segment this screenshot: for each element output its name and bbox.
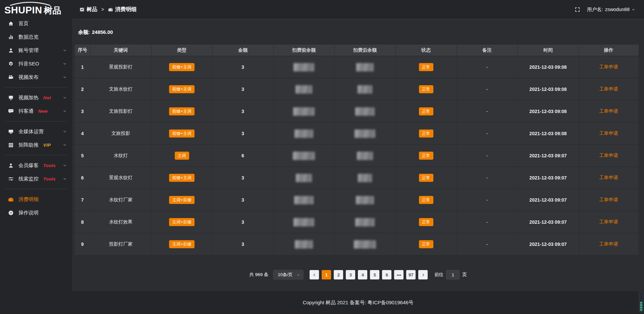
sidebar-item-monitor[interactable]: 全媒体运营 [0, 125, 72, 138]
cell-action: 工单申请 [579, 211, 639, 233]
cell-type: 前缀+主词 [151, 56, 212, 78]
sidebar-item-member[interactable]: 会员爆客Tools [0, 159, 72, 172]
cell-type: 主词 [151, 145, 212, 167]
cell-action: 工单申请 [579, 189, 639, 211]
prev-page-button[interactable] [310, 270, 319, 279]
cell-time: 2021-12-03 09:07 [518, 211, 579, 233]
redacted-balance [295, 240, 313, 249]
cell-type: 主词+后缀 [151, 233, 212, 255]
redacted-balance [296, 85, 312, 94]
work-order-link[interactable]: 工单申请 [599, 130, 618, 136]
sidebar-item-home[interactable]: 首页 [0, 17, 72, 30]
goto-page-input[interactable] [446, 270, 460, 279]
cell-index: 6 [75, 167, 90, 189]
work-order-link[interactable]: 工单申请 [599, 153, 618, 158]
chevron-down-icon [63, 163, 67, 167]
fullscreen-icon[interactable] [575, 7, 580, 12]
main-column: 树品>消费明细 用户名: zswodun88 余额:24856.00 [72, 0, 644, 314]
redacted-balance [355, 218, 375, 226]
sidebar-item-comment[interactable]: 抖客通New [0, 104, 72, 118]
sidebar-item-grid[interactable]: 矩阵助推VIP [0, 138, 72, 152]
redacted-balance [293, 63, 314, 71]
sidebar-item-tag: Tools [43, 163, 56, 168]
sidebar-item-label: 视频发布 [18, 74, 39, 81]
cell-action: 工单申请 [579, 56, 639, 78]
cell-amount: 3 [212, 78, 273, 100]
status-badge: 正常 [419, 107, 433, 116]
redacted-balance [354, 240, 376, 249]
work-order-link[interactable]: 工单申请 [599, 64, 618, 69]
cell-balance-before [273, 167, 334, 189]
work-order-link[interactable]: 工单申请 [599, 197, 618, 202]
column-header: 关键词 [90, 45, 151, 56]
sidebar-item-sliders[interactable]: 线索监控Tools [0, 172, 72, 186]
sidebar-item-chart[interactable]: 数据总览 [0, 30, 72, 44]
work-order-link[interactable]: 工单申请 [599, 241, 618, 247]
sidebar-item-user[interactable]: 账号管理 [0, 44, 72, 57]
wallet-icon [8, 197, 14, 202]
sidebar-item-gear[interactable]: 抖音SEO [0, 57, 72, 70]
page-button-5[interactable]: 5 [370, 270, 379, 279]
page-button-97[interactable]: 97 [406, 270, 416, 279]
sidebar-item-question[interactable]: ?操作说明 [0, 206, 72, 219]
column-header: 金额 [212, 45, 273, 56]
table-row: 8水纹灯效果主词+后缀3正常-2021-12-03 09:07工单申请 [75, 211, 639, 233]
redacted-balance [355, 129, 375, 138]
cell-keyword: 景观水纹灯 [90, 167, 151, 189]
cell-balance-after [334, 189, 395, 211]
column-header: 类型 [151, 45, 212, 56]
cell-keyword: 文旅投影 [90, 122, 151, 145]
column-header: 备注 [457, 45, 518, 56]
cell-amount: 3 [212, 233, 273, 255]
cell-amount: 6 [212, 145, 273, 167]
sidebar-item-wallet[interactable]: 消费明细 [0, 193, 72, 206]
cell-remark: - [457, 211, 518, 233]
redacted-balance [355, 107, 375, 116]
page-button-4[interactable]: 4 [358, 270, 367, 279]
redacted-balance [358, 174, 372, 182]
page-button-6[interactable]: 6 [382, 270, 391, 279]
logo-cjk-text: 树品 [44, 5, 61, 15]
chevron-down-icon [63, 129, 67, 134]
cell-action: 工单申请 [579, 122, 639, 145]
sidebar-item-label: 数据总览 [18, 34, 39, 40]
cell-status: 正常 [395, 211, 457, 233]
work-order-link[interactable]: 工单申请 [599, 108, 618, 114]
breadcrumb-item[interactable]: 消费明细 [108, 6, 137, 13]
cell-status: 正常 [395, 56, 457, 78]
work-order-link[interactable]: 工单申请 [599, 86, 618, 92]
type-badge: 前缀+主词 [169, 85, 194, 94]
sidebar-divider [5, 189, 67, 189]
page-button-2[interactable]: 2 [334, 270, 343, 279]
sidebar-item-display[interactable]: 视频加热Hot [0, 91, 72, 104]
table-row: 1景观投影灯前缀+主词3正常-2021-12-03 09:08工单申请 [75, 56, 639, 78]
column-header: 状态 [395, 45, 457, 56]
page-button-1[interactable]: 1 [322, 270, 331, 279]
cell-index: 9 [75, 233, 90, 255]
logo[interactable]: SHUPIN树品 [0, 0, 72, 17]
breadcrumb-item[interactable]: 树品 [79, 6, 97, 13]
cell-time: 2021-12-03 09:07 [518, 167, 579, 189]
breadcrumb-label: 树品 [87, 6, 97, 13]
chat-widget[interactable] [639, 292, 643, 312]
question-icon: ? [8, 210, 14, 216]
cell-keyword: 水纹灯厂家 [90, 189, 151, 211]
cell-keyword: 景观投影灯 [90, 56, 151, 78]
redacted-balance [296, 174, 312, 182]
cell-action: 工单申请 [579, 78, 639, 100]
balance-value: 24856.00 [92, 29, 113, 35]
page-button-3[interactable]: 3 [346, 270, 355, 279]
user-menu[interactable]: 用户名: zswodun88 [587, 6, 635, 13]
sidebar-item-video[interactable]: 视频发布 [0, 70, 72, 84]
table-row: 2文旅水纹灯前缀+主词3正常-2021-12-03 09:08工单申请 [75, 78, 639, 100]
page-size-select[interactable]: 10条/页 [273, 270, 304, 280]
sidebar: SHUPIN树品 首页数据总览账号管理抖音SEO视频发布视频加热Hot抖客通Ne… [0, 0, 72, 314]
more-pages-button[interactable]: ••• [394, 270, 404, 279]
cell-amount: 3 [212, 100, 273, 122]
chevron-down-icon [63, 62, 67, 66]
work-order-link[interactable]: 工单申请 [599, 219, 618, 224]
work-order-link[interactable]: 工单申请 [599, 175, 618, 180]
next-page-button[interactable] [418, 270, 428, 279]
goto-label: 前往 [434, 272, 443, 278]
home-icon [8, 21, 14, 27]
